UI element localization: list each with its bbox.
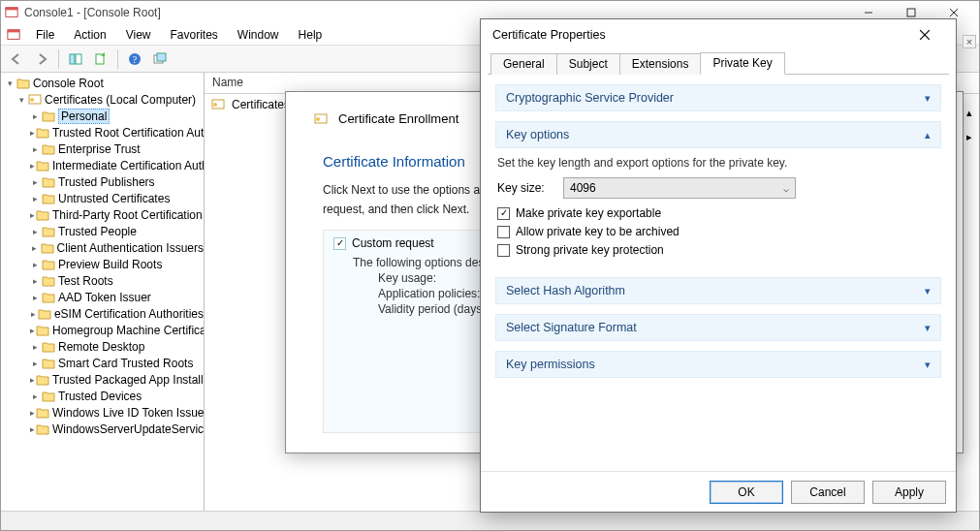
tree-node[interactable]: ▸WindowsServerUpdateServices xyxy=(5,421,204,437)
cancel-button[interactable]: Cancel xyxy=(791,481,865,504)
tree-root[interactable]: ▾ Console Root xyxy=(5,75,204,91)
section-csp[interactable]: Cryptographic Service Provider ▾ xyxy=(495,84,941,111)
section-perm[interactable]: Key permissions ▾ xyxy=(495,351,941,378)
folder-icon xyxy=(36,407,49,419)
chk-strong[interactable] xyxy=(497,244,510,257)
folder-icon xyxy=(36,325,49,336)
expand-icon[interactable]: ▸ xyxy=(30,309,37,319)
chk-archive-row[interactable]: Allow private key to be archived xyxy=(497,225,939,238)
show-hide-tree-button[interactable] xyxy=(64,48,87,70)
chk-exportable[interactable] xyxy=(497,207,510,220)
export-list-button[interactable] xyxy=(89,48,112,70)
tab-general[interactable]: General xyxy=(490,53,557,75)
tree-node-label: Trusted Devices xyxy=(58,390,142,403)
apply-button[interactable]: Apply xyxy=(872,481,946,504)
tree-node[interactable]: ▸Enterprise Trust xyxy=(5,141,204,157)
tree-node[interactable]: ▸Homegroup Machine Certificates xyxy=(5,322,204,338)
scroll-up-icon[interactable]: ▴ xyxy=(966,107,972,119)
tree-node-label: Trusted Packaged App Installation Author… xyxy=(52,373,205,387)
tree-node[interactable]: ▸Untrusted Certificates xyxy=(5,190,204,206)
tree-node[interactable]: ▸Trusted Packaged App Installation Autho… xyxy=(5,371,204,388)
certificate-icon xyxy=(314,113,328,125)
expand-icon[interactable]: ▸ xyxy=(30,144,41,154)
app-icon xyxy=(5,6,18,19)
expand-icon[interactable]: ▸ xyxy=(30,326,35,335)
expand-icon[interactable]: ▸ xyxy=(30,194,41,203)
tree-node[interactable]: ▸Trusted Devices xyxy=(5,388,204,404)
certificate-icon xyxy=(211,99,225,110)
tree-node[interactable]: ▸AAD Token Issuer xyxy=(5,289,204,305)
scroll-right-icon[interactable]: ▸ xyxy=(966,131,972,143)
expand-icon[interactable]: ▸ xyxy=(30,210,35,220)
close-icon[interactable] xyxy=(919,29,948,41)
tree-node[interactable]: ▸Intermediate Certification Authorities xyxy=(5,157,204,173)
chk-archive[interactable] xyxy=(497,226,510,238)
tree-node[interactable]: ▸Trusted Root Certification Authorities xyxy=(5,124,204,141)
chevron-down-icon: ▾ xyxy=(925,322,931,334)
tree-node[interactable]: ▸Remote Desktop xyxy=(5,338,204,355)
expand-icon[interactable]: ▸ xyxy=(30,111,41,121)
expand-icon[interactable]: ▸ xyxy=(30,408,35,418)
tree-node[interactable]: ▸Trusted Publishers xyxy=(5,173,204,190)
tree-node[interactable]: ▸Client Authentication Issuers xyxy=(5,239,204,256)
tree-node-personal[interactable]: ▸ Personal xyxy=(5,108,204,124)
expand-icon[interactable]: ▸ xyxy=(30,161,35,171)
folder-icon xyxy=(42,110,55,122)
folder-icon xyxy=(42,259,55,270)
svg-rect-14 xyxy=(157,53,166,61)
menu-action[interactable]: Action xyxy=(64,26,115,44)
nav-forward-button[interactable] xyxy=(30,48,53,70)
tree-node-label: WindowsServerUpdateServices xyxy=(52,422,205,436)
folder-icon xyxy=(41,242,54,254)
collapse-icon[interactable]: ▾ xyxy=(5,78,16,88)
menu-file[interactable]: File xyxy=(26,26,64,44)
menu-view[interactable]: View xyxy=(116,26,161,44)
chevron-down-icon: ▾ xyxy=(925,285,931,297)
section-key-options[interactable]: Key options ▴ xyxy=(495,121,941,148)
expand-icon[interactable]: ▸ xyxy=(30,260,41,269)
section-hash-label: Select Hash Algorithm xyxy=(506,284,625,297)
mdi-close-icon[interactable]: × xyxy=(963,35,976,48)
expand-icon[interactable]: ▸ xyxy=(30,375,35,385)
tab-subject[interactable]: Subject xyxy=(556,53,620,75)
expand-icon[interactable]: ▸ xyxy=(30,391,41,401)
chk-exportable-label: Make private key exportable xyxy=(516,206,661,220)
expand-icon[interactable]: ▸ xyxy=(30,227,41,236)
tab-extensions[interactable]: Extensions xyxy=(619,53,702,75)
ok-button[interactable]: OK xyxy=(710,481,783,504)
menu-window[interactable]: Window xyxy=(228,26,289,44)
tree-node[interactable]: ▸Third-Party Root Certification Authorit… xyxy=(5,206,204,223)
expand-icon[interactable]: ▸ xyxy=(30,293,41,302)
chk-exportable-row[interactable]: Make private key exportable xyxy=(497,206,939,220)
chk-strong-row[interactable]: Strong private key protection xyxy=(497,243,939,257)
tree-node[interactable]: ▸Test Roots xyxy=(5,272,204,289)
tree-node[interactable]: ▸Trusted People xyxy=(5,223,204,239)
tree-node-label: Untrusted Certificates xyxy=(58,192,170,205)
section-sig[interactable]: Select Signature Format ▾ xyxy=(495,314,941,341)
expand-icon[interactable]: ▸ xyxy=(30,177,41,187)
tree-node[interactable]: ▸Smart Card Trusted Roots xyxy=(5,355,204,371)
section-hash[interactable]: Select Hash Algorithm ▾ xyxy=(495,277,941,304)
custom-request-checkbox[interactable] xyxy=(333,237,346,250)
menu-help[interactable]: Help xyxy=(289,26,332,44)
expand-icon[interactable]: ▸ xyxy=(30,359,41,368)
expand-icon[interactable]: ▸ xyxy=(30,424,35,434)
expand-icon[interactable]: ▸ xyxy=(30,128,35,138)
expand-icon[interactable]: ▸ xyxy=(30,276,41,286)
expand-icon[interactable]: ▸ xyxy=(30,342,41,352)
new-window-button[interactable] xyxy=(148,48,172,70)
help-button[interactable]: ? xyxy=(123,48,146,70)
key-size-select[interactable]: 4096 ⌵ xyxy=(563,177,796,199)
section-key-options-label: Key options xyxy=(506,128,569,141)
tree-node[interactable]: ▸Windows Live ID Token Issuer xyxy=(5,404,204,421)
tab-private-key[interactable]: Private Key xyxy=(700,52,784,75)
tree-node[interactable]: ▸Preview Build Roots xyxy=(5,256,204,272)
menu-favorites[interactable]: Favorites xyxy=(161,26,228,44)
tree-node[interactable]: ▸eSIM Certification Authorities xyxy=(5,305,204,322)
tree-pane[interactable]: ▾ Console Root ▾ Certificates (Local Com… xyxy=(1,73,205,511)
collapse-icon[interactable]: ▾ xyxy=(16,95,27,105)
section-key-options-body: Set the key length and export options fo… xyxy=(495,148,941,267)
nav-back-button[interactable] xyxy=(5,48,28,70)
expand-icon[interactable]: ▸ xyxy=(30,243,40,253)
tree-certs[interactable]: ▾ Certificates (Local Computer) xyxy=(5,91,204,108)
